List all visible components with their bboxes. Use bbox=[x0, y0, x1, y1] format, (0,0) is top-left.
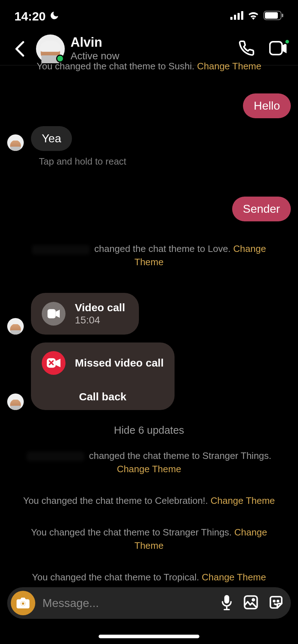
status-left: 14:20 bbox=[14, 9, 59, 23]
moon-icon bbox=[49, 9, 59, 23]
system-theme-stranger-2: You changed the chat theme to Stranger T… bbox=[7, 524, 291, 554]
svg-rect-2 bbox=[238, 13, 240, 20]
system-theme-sushi: You changed the chat theme to Sushi. Cha… bbox=[7, 61, 291, 75]
audio-call-button[interactable] bbox=[238, 40, 255, 58]
back-button[interactable] bbox=[11, 40, 29, 58]
missed-call-card[interactable]: Missed video call Call back bbox=[31, 342, 175, 410]
message-out-hello[interactable]: Hello bbox=[7, 93, 291, 118]
header-title-area[interactable]: Alvin Active now bbox=[71, 36, 238, 62]
status-bar: 14:20 bbox=[0, 0, 298, 32]
svg-rect-12 bbox=[224, 595, 229, 604]
bubble-text: Sender bbox=[232, 197, 291, 221]
bubble-text: Hello bbox=[243, 93, 291, 118]
video-call-card-row: Video call 15:04 bbox=[7, 293, 291, 335]
video-icon bbox=[42, 302, 66, 326]
message-out-sender[interactable]: Sender bbox=[7, 197, 291, 221]
sender-avatar[interactable] bbox=[7, 318, 24, 335]
video-call-card[interactable]: Video call 15:04 bbox=[31, 293, 139, 335]
svg-rect-1 bbox=[234, 15, 236, 20]
svg-point-15 bbox=[274, 601, 275, 602]
message-list[interactable]: You changed the chat theme to Sushi. Cha… bbox=[0, 61, 298, 590]
change-theme-link[interactable]: Change Theme bbox=[117, 464, 181, 474]
chat-header: Alvin Active now bbox=[0, 32, 298, 65]
message-input[interactable] bbox=[42, 597, 213, 610]
status-right bbox=[230, 11, 284, 22]
system-theme-stranger-1: changed the chat theme to Stranger Thing… bbox=[7, 447, 291, 478]
redacted-name bbox=[32, 245, 90, 254]
svg-rect-3 bbox=[241, 11, 243, 20]
call-back-button[interactable]: Call back bbox=[31, 383, 175, 410]
svg-point-14 bbox=[252, 599, 254, 601]
bubble-text: Yea bbox=[31, 126, 72, 151]
wifi-icon bbox=[248, 11, 259, 21]
home-indicator[interactable] bbox=[99, 635, 199, 638]
svg-rect-6 bbox=[282, 14, 283, 17]
system-theme-love: changed the chat theme to Love. Change T… bbox=[7, 240, 291, 271]
svg-rect-0 bbox=[230, 17, 232, 20]
message-in-yea[interactable]: Yea bbox=[7, 126, 291, 151]
status-time: 14:20 bbox=[14, 9, 46, 23]
svg-rect-8 bbox=[48, 309, 56, 318]
camera-button[interactable] bbox=[11, 591, 35, 615]
message-composer bbox=[7, 587, 291, 619]
svg-rect-5 bbox=[265, 12, 278, 19]
video-call-button[interactable] bbox=[269, 41, 287, 57]
system-theme-tropical: You changed the chat theme to Tropical. … bbox=[7, 569, 291, 586]
battery-icon bbox=[263, 11, 284, 22]
cellular-icon bbox=[230, 11, 243, 21]
sticker-button[interactable] bbox=[268, 595, 284, 611]
call-title: Video call bbox=[75, 302, 125, 314]
contact-presence: Active now bbox=[71, 50, 238, 62]
missed-call-title: Missed video call bbox=[75, 357, 164, 369]
hide-updates-button[interactable]: Hide 6 updates bbox=[7, 424, 291, 436]
sender-avatar[interactable] bbox=[7, 394, 24, 410]
sender-avatar[interactable] bbox=[7, 134, 24, 151]
change-theme-link[interactable]: Change Theme bbox=[197, 61, 261, 72]
svg-point-16 bbox=[277, 601, 279, 602]
contact-name: Alvin bbox=[71, 36, 238, 49]
missed-video-icon bbox=[42, 351, 66, 375]
microphone-button[interactable] bbox=[220, 594, 233, 612]
missed-call-row: Missed video call Call back bbox=[7, 342, 291, 410]
gallery-button[interactable] bbox=[243, 595, 258, 611]
redacted-name bbox=[27, 452, 84, 461]
call-duration: 15:04 bbox=[75, 314, 125, 326]
change-theme-link[interactable]: Change Theme bbox=[211, 495, 275, 506]
svg-rect-7 bbox=[270, 42, 282, 55]
change-theme-link[interactable]: Change Theme bbox=[202, 572, 266, 583]
contact-avatar[interactable] bbox=[36, 34, 65, 63]
system-theme-celebration: You changed the chat theme to Celebratio… bbox=[7, 492, 291, 509]
video-online-dot bbox=[284, 39, 290, 45]
reaction-hint: Tap and hold to react bbox=[39, 156, 291, 167]
